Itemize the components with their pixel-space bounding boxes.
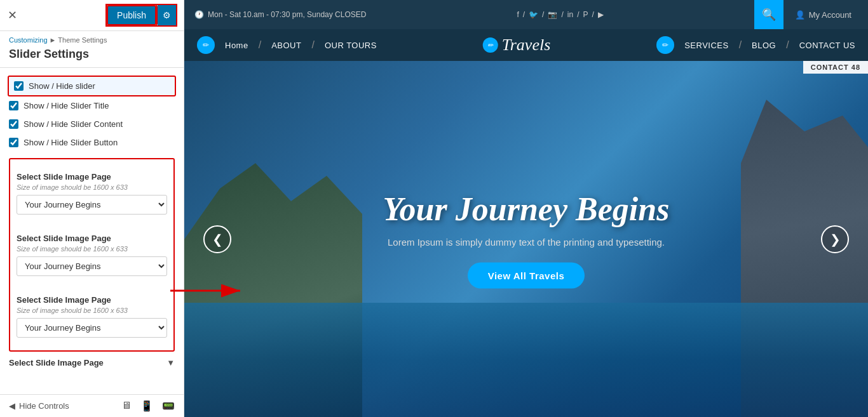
show-hide-button-label: Show / Hide Slider Button bbox=[24, 138, 118, 147]
select-slide-2-hint: Size of image should be 1600 x 633 bbox=[17, 245, 167, 253]
nav-left: ✏ Home / ABOUT / OUR TOURS bbox=[197, 36, 377, 54]
breadcrumb-separator: ► bbox=[50, 36, 58, 44]
show-hide-button-row: Show / Hide Slider Button bbox=[9, 133, 175, 152]
nav-tours[interactable]: OUR TOURS bbox=[325, 41, 377, 50]
show-hide-title-row: Show / Hide Slider Title bbox=[9, 96, 175, 115]
sep5: / bbox=[592, 10, 593, 19]
nav-services[interactable]: SERVICES bbox=[684, 41, 729, 50]
tablet-icon[interactable]: 📱 bbox=[140, 400, 153, 412]
show-hide-title-label: Show / Hide Slider Title bbox=[24, 101, 109, 110]
select-slide-1-section: Select Slide Image Page Size of image sh… bbox=[17, 166, 167, 221]
linkedin-icon[interactable]: in bbox=[567, 10, 573, 19]
hide-controls-label: Hide Controls bbox=[19, 401, 69, 411]
edit-home-icon[interactable]: ✏ bbox=[197, 36, 215, 54]
hero-section: CONTACT 48 Your Journey Begins Lorem Ips… bbox=[184, 61, 868, 417]
select-slide-1-hint: Size of image should be 1600 x 633 bbox=[17, 183, 167, 191]
person-icon: 👤 bbox=[795, 10, 805, 20]
show-hide-content-row: Show / Hide Slider Content bbox=[9, 115, 175, 133]
sep3: / bbox=[561, 10, 563, 19]
search-icon-box[interactable]: 🔍 bbox=[754, 0, 783, 29]
water-area bbox=[184, 303, 868, 417]
sep1: / bbox=[523, 10, 525, 19]
publish-button[interactable]: Publish bbox=[107, 5, 156, 25]
hero-subtitle: Lorem Ipsum is simply dummy text of the … bbox=[336, 236, 717, 247]
select-slide-2-label: Select Slide Image Page bbox=[17, 234, 167, 243]
select-slide-1-label: Select Slide Image Page bbox=[17, 172, 167, 182]
search-icon: 🔍 bbox=[762, 8, 776, 22]
breadcrumb-customizing[interactable]: Customizing bbox=[9, 36, 48, 44]
select-slide-1-dropdown[interactable]: Your Journey Begins About Us Our Tours C… bbox=[17, 195, 167, 215]
select-slide-3-label: Select Slide Image Page bbox=[17, 295, 167, 305]
panel-title: Slider Settings bbox=[0, 45, 184, 68]
topbar-social: f / 🐦 / 📷 / in / P / ▶ bbox=[517, 10, 603, 19]
topbar-right: 🔍 👤 My Account bbox=[754, 0, 858, 29]
prev-icon: ❮ bbox=[212, 232, 223, 247]
show-hide-slider-row: Show / Hide slider bbox=[8, 76, 176, 96]
hero-content: Your Journey Begins Lorem Ipsum is simpl… bbox=[336, 190, 717, 288]
site-nav: ✏ Home / ABOUT / OUR TOURS ✏ Travels ✏ S… bbox=[184, 29, 868, 61]
show-hide-button-checkbox[interactable] bbox=[9, 138, 18, 147]
edit-logo-icon[interactable]: ✏ bbox=[483, 37, 498, 53]
nav-contact[interactable]: CONTACT US bbox=[799, 41, 855, 50]
panel-content: Show / Hide slider Show / Hide Slider Ti… bbox=[0, 68, 184, 394]
site-preview: 🕐 Mon - Sat 10.am - 07:30 pm, Sunday CLO… bbox=[184, 0, 868, 417]
myaccount-label: My Account bbox=[809, 10, 851, 20]
select-slide-3-section: Select Slide Image Page Size of image sh… bbox=[17, 289, 167, 344]
show-hide-content-label: Show / Hide Slider Content bbox=[24, 119, 123, 129]
pinterest-icon[interactable]: P bbox=[583, 10, 588, 19]
youtube-icon[interactable]: ▶ bbox=[598, 10, 604, 19]
hero-cta-button[interactable]: View All Travels bbox=[468, 262, 585, 288]
slider-next-button[interactable]: ❯ bbox=[821, 225, 849, 253]
customizer-top-bar: ✕ Publish ⚙ bbox=[0, 0, 184, 31]
next-icon: ❯ bbox=[830, 232, 841, 247]
left-customizer-panel: ✕ Publish ⚙ Customizing ► Theme Settings… bbox=[0, 0, 184, 417]
nav-blog[interactable]: BLOG bbox=[752, 41, 776, 50]
edit-right-icon[interactable]: ✏ bbox=[656, 36, 674, 54]
chevron-left-icon: ◀ bbox=[9, 401, 15, 411]
site-logo: ✏ Travels bbox=[502, 36, 551, 55]
show-hide-slider-label: Show / Hide slider bbox=[29, 81, 95, 91]
show-hide-title-checkbox[interactable] bbox=[9, 101, 18, 110]
hide-controls-btn[interactable]: ◀ Hide Controls bbox=[9, 401, 69, 411]
chevron-down-icon: ▼ bbox=[166, 358, 175, 367]
sep2: / bbox=[542, 10, 544, 19]
breadcrumb-theme-settings: Theme Settings bbox=[58, 36, 107, 44]
nav-right: ✏ SERVICES / BLOG / CONTACT US bbox=[656, 36, 855, 54]
gear-button[interactable]: ⚙ bbox=[158, 5, 176, 25]
show-hide-content-checkbox[interactable] bbox=[9, 119, 18, 129]
select-slide-3-dropdown[interactable]: Your Journey Begins About Us Our Tours C… bbox=[17, 318, 167, 338]
clock-icon: 🕐 bbox=[194, 10, 204, 19]
twitter-icon[interactable]: 🐦 bbox=[529, 10, 538, 19]
sep4: / bbox=[577, 10, 579, 19]
slider-prev-button[interactable]: ❮ bbox=[203, 225, 231, 253]
site-topbar: 🕐 Mon - Sat 10.am - 07:30 pm, Sunday CLO… bbox=[184, 0, 868, 29]
nav-about[interactable]: ABOUT bbox=[271, 41, 301, 50]
topbar-left: 🕐 Mon - Sat 10.am - 07:30 pm, Sunday CLO… bbox=[194, 10, 366, 19]
nav-home[interactable]: Home bbox=[225, 41, 248, 50]
close-button[interactable]: ✕ bbox=[8, 8, 17, 22]
select-slide-3-hint: Size of image should be 1600 x 633 bbox=[17, 307, 167, 314]
select-slide-2-section: Select Slide Image Page Size of image sh… bbox=[17, 227, 167, 282]
contact-badge: CONTACT 48 bbox=[803, 61, 868, 74]
show-hide-slider-checkbox[interactable] bbox=[14, 81, 24, 91]
mobile-icon[interactable]: 📟 bbox=[162, 400, 175, 412]
schedule-text: Mon - Sat 10.am - 07:30 pm, Sunday CLOSE… bbox=[208, 10, 366, 19]
breadcrumb: Customizing ► Theme Settings bbox=[0, 31, 184, 45]
instagram-icon[interactable]: 📷 bbox=[548, 10, 557, 19]
select-slide-2-dropdown[interactable]: Your Journey Begins About Us Our Tours C… bbox=[17, 256, 167, 276]
facebook-icon[interactable]: f bbox=[517, 10, 519, 19]
logo-text: Travels bbox=[502, 36, 551, 54]
myaccount-button[interactable]: 👤 My Account bbox=[789, 10, 858, 20]
panel-bottom: ◀ Hide Controls 🖥 📱 📟 bbox=[0, 394, 184, 417]
desktop-icon[interactable]: 🖥 bbox=[121, 400, 132, 412]
select-slide-4-label: Select Slide Image Page bbox=[9, 358, 104, 367]
device-icons-group: 🖥 📱 📟 bbox=[121, 400, 175, 412]
hero-title: Your Journey Begins bbox=[336, 190, 717, 227]
